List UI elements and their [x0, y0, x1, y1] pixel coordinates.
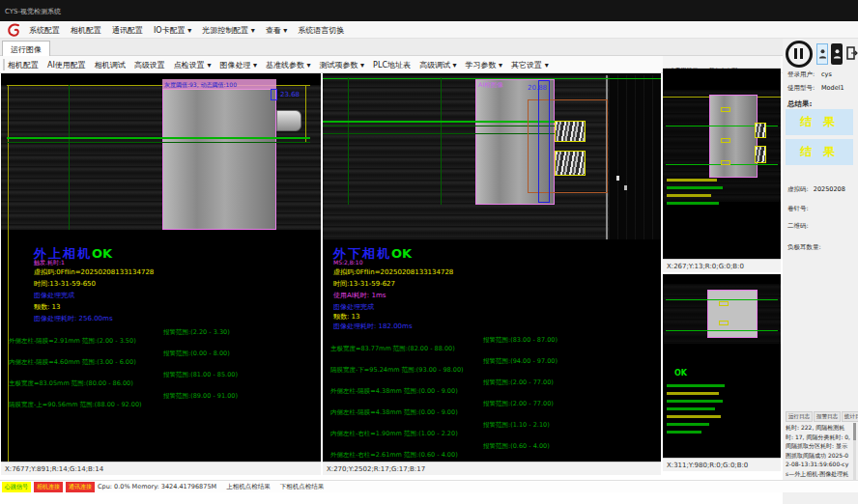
- menu-item-io-config[interactable]: IO卡配置 ▾: [154, 25, 191, 36]
- exit-door-icon: [846, 45, 858, 64]
- left-camera-view[interactable]: 灰度阈值:93, 动态阈值:100 23.68 外上相机OK 触发.耗时:1 虚…: [1, 73, 321, 475]
- right-bottom-coordinate-bar: X:311;Y:980;R:0;G:0;B:0: [663, 458, 781, 471]
- mini-text-line: [667, 392, 719, 395]
- camera-connection-badge: 相机连接: [34, 482, 63, 492]
- measurement-row: 主极宽度=83.05mm 范围:(80.00 - 86.00) 报警范围:(81…: [9, 371, 133, 389]
- right-bottom-mini-view[interactable]: OK X:311;Y:980;R:0;G:0;B:0: [663, 274, 781, 471]
- total-result-label: 总结果:: [787, 99, 813, 109]
- tool-advanced-debug[interactable]: 高级调试 ▾: [419, 60, 457, 70]
- mini-ok-status: OK: [674, 369, 687, 378]
- middle-process-done: 图像处理完成: [333, 302, 374, 312]
- measurement-text: 内侧左柱-右柱=1.90mm 范围:(1.00 - 2.20): [330, 430, 458, 437]
- mini-text-line: [667, 384, 725, 387]
- middle-count: 颗数: 13: [333, 312, 360, 322]
- tool-other-settings[interactable]: 其它设置 ▾: [511, 60, 549, 70]
- middle-camera-view[interactable]: AI检图像 20.88 外下相机OK MS:2,B:10 虚拟码:0FfIin=…: [323, 73, 661, 475]
- menu-item-view[interactable]: 查看 ▾: [266, 25, 288, 36]
- measurement-text: 内侧左柱-隔膜=4.38mm 范围:(0.00 - 9.00): [330, 408, 458, 416]
- menu-item-language[interactable]: 系统语言切换: [298, 25, 344, 36]
- field-qr-code: 二维码:: [787, 213, 809, 232]
- left-threshold-text: 灰度阈值:93, 动态阈值:100: [164, 81, 237, 90]
- alarm-range-text: 报警范围:(2.00 - 77.00): [483, 378, 554, 387]
- mini-green-hline-1: [666, 299, 778, 300]
- measurement-text: 外侧左柱-隔膜=4.38mm 范围:(0.00 - 9.00): [330, 387, 458, 395]
- middle-highlight-dot-2: [624, 185, 627, 190]
- field-label: 虚拟码:: [787, 185, 809, 193]
- tool-learning-params[interactable]: 学习参数 ▾: [466, 60, 503, 70]
- right-top-mini-view[interactable]: NG启用显示 所有内存图 超标内存图 X:267;Y:13;R:0;G:0;B:…: [663, 56, 781, 272]
- tool-image-processing[interactable]: 图像处理 ▾: [219, 60, 257, 70]
- middle-highlight-dot-1: [616, 176, 619, 181]
- exit-button[interactable]: [845, 43, 858, 65]
- menu-bar: 系统配置 相机配置 通讯配置 IO卡配置 ▾ 光源控制配置 ▾ 查看 ▾ 系统语…: [0, 21, 858, 39]
- menu-item-system-config[interactable]: 系统配置: [29, 25, 60, 36]
- upper-camera-check-link[interactable]: 上相机点检结果: [226, 483, 271, 491]
- mini-text-line: [667, 194, 711, 197]
- alarm-range-text: 报警范围:(81.00 - 85.00): [163, 371, 238, 379]
- measurement-row: 内侧左柱-隔膜=4.38mm 范围:(0.00 - 9.00) 报警范围:(2.…: [330, 400, 458, 418]
- tool-advanced-settings[interactable]: 高级设置: [134, 60, 165, 70]
- mini-text-line: [667, 186, 723, 189]
- user-login-button[interactable]: [816, 43, 828, 65]
- middle-measure-value: 20.88: [528, 84, 547, 92]
- left-count: 颗数: 13: [34, 302, 61, 312]
- log-scrollbar-thumb[interactable]: [853, 423, 856, 440]
- status-bar: 心跳信号 相机连接 通讯连接 Cpu: 0.0% Memory: 3424.41…: [0, 480, 858, 492]
- mini-text-line: [667, 407, 715, 410]
- log-tab-stats[interactable]: 统计日志: [842, 411, 858, 422]
- middle-barcode: 虚拟码:0FfIin=20250208133134728: [333, 267, 453, 277]
- log-tab-run[interactable]: 运行日志: [786, 411, 813, 422]
- log-text-area[interactable]: 耗时: 222, 间隔检测耗时: 17, 间隔分类耗时: 0, 间隔抓取分区耗时…: [786, 423, 851, 483]
- field-label: 负极耳数量:: [787, 243, 821, 251]
- alarm-range-text: 报警范围:(0.60 - 4.00): [483, 442, 550, 451]
- log-tab-alarm[interactable]: 报警日志: [814, 411, 841, 422]
- mini-text-line: [667, 202, 719, 205]
- pause-icon: [794, 48, 803, 59]
- measurement-row: 隔膜宽度-下=95.24mm 范围:(93.00 - 98.00) 报警范围:(…: [330, 357, 464, 376]
- user-dark-icon: [833, 45, 842, 64]
- app-window: CYS-视觉检测系统 系统配置 相机配置 通讯配置 IO卡配置 ▾ 光源控制配置…: [0, 0, 858, 504]
- tool-spot-check[interactable]: 点检设置 ▾: [174, 60, 212, 70]
- menu-item-light-config[interactable]: 光源控制配置 ▾: [202, 25, 255, 36]
- mini-text-line: [667, 179, 717, 182]
- user-manage-button[interactable]: [831, 43, 843, 65]
- measurement-row: 隔膜宽度-上=90.56mm 范围:(88.00 - 92.00) 报警范围:(…: [9, 392, 142, 410]
- tool-baseline-params[interactable]: 基准线参数 ▾: [266, 60, 311, 70]
- tool-test-params[interactable]: 测试项参数 ▾: [320, 60, 365, 70]
- left-separator-slab: [162, 89, 276, 230]
- tool-camera-config[interactable]: 相机配置: [8, 60, 39, 70]
- alarm-range-text: 报警范围:(0.00 - 8.00): [163, 350, 230, 358]
- user-icon: [818, 45, 827, 64]
- menu-item-camera-config[interactable]: 相机配置: [71, 25, 101, 36]
- measurement-text: 隔膜宽度-下=95.24mm 范围:(93.00 - 98.00): [330, 366, 464, 374]
- menu-item-comm-config[interactable]: 通讯配置: [112, 25, 143, 36]
- mini-yellow-marker-2: [719, 321, 729, 325]
- result-box-2-text: 结 果: [800, 144, 839, 160]
- menu-items: 系统配置 相机配置 通讯配置 IO卡配置 ▾ 光源控制配置 ▾ 查看 ▾ 系统语…: [29, 25, 355, 36]
- middle-electrode-roi-1: [555, 121, 586, 142]
- middle-ok-status: OK: [391, 246, 412, 261]
- field-winding-pin: 卷针号:: [787, 196, 809, 214]
- log-scrollbar[interactable]: [853, 423, 856, 483]
- middle-green-hline-3: [323, 133, 560, 134]
- left-time: 时间:13-31-59-650: [34, 279, 96, 289]
- comm-connection-badge: 通讯连接: [66, 482, 95, 492]
- result-box-1: 结 果: [786, 109, 853, 135]
- pause-button[interactable]: [786, 41, 813, 68]
- tool-ai-config[interactable]: AI使用配置: [47, 60, 86, 70]
- mini-text-line: [667, 400, 723, 403]
- tab-run-image[interactable]: 运行图像: [2, 41, 50, 56]
- left-barcode: 虚拟码:0FfIin=20250208133134728: [34, 267, 154, 277]
- left-pixel-coords: X:7677;Y:891;R:14;G:14;B:14: [5, 465, 103, 473]
- measurement-row: 内侧左柱-隔膜=4.60mm 范围:(3.00 - 6.00) 报警范围:(0.…: [9, 350, 136, 368]
- left-threshold-strip: 灰度阈值:93, 动态阈值:100: [162, 79, 276, 90]
- right-top-pixel-coords: X:267;Y:13;R:0;G:0;B:0: [667, 263, 744, 270]
- measurement-text: 内侧左柱-隔膜=4.60mm 范围:(3.00 - 6.00): [9, 358, 136, 366]
- mini-separator-slab: [709, 95, 758, 178]
- middle-green-hline-2: [323, 126, 560, 126]
- tool-camera-debug[interactable]: 相机调试: [95, 60, 126, 70]
- mini-yellow-marker-3: [721, 160, 730, 165]
- tool-plc-address[interactable]: PLC地址表: [373, 60, 411, 70]
- middle-green-vline-2: [441, 77, 442, 205]
- lower-camera-check-link[interactable]: 下相机点检结果: [280, 483, 325, 491]
